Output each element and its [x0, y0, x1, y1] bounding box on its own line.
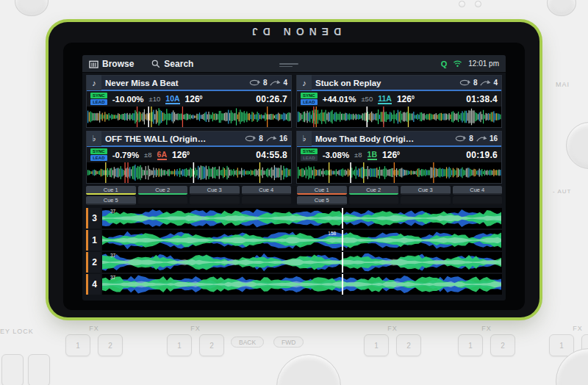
crate-icon: [89, 60, 98, 68]
pitch-range[interactable]: ±50: [361, 95, 373, 103]
key-readout[interactable]: 6A: [157, 150, 167, 160]
track-waveform-strip[interactable]: [297, 107, 501, 127]
cue-slot-empty: [349, 196, 399, 205]
loop-icon[interactable]: [455, 135, 467, 142]
deck-info-row: SYNC LEAD -3.08% ±8 1B 1260 00:19.6: [297, 147, 501, 162]
sync-badge[interactable]: SYNC: [90, 148, 107, 154]
loop-length: 8: [259, 134, 263, 143]
key-readout[interactable]: 10A: [165, 94, 179, 104]
time-readout[interactable]: 04:55.8: [256, 150, 287, 160]
cue-button[interactable]: Cue 4: [453, 186, 503, 195]
fx-button-1: 1: [364, 334, 389, 356]
key-readout[interactable]: 1B: [368, 150, 377, 160]
pitch-range[interactable]: ±10: [149, 95, 161, 103]
key-readout[interactable]: 11A: [378, 94, 392, 104]
deck-info-row: SYNC LEAD +44.01% ±50 11A 1260 01:38.4: [297, 91, 501, 107]
lead-badge[interactable]: LEAD: [301, 99, 318, 105]
hardware-knob: [475, 1, 481, 7]
hardware-button: [1, 354, 24, 385]
sync-badge[interactable]: SYNC: [90, 93, 107, 98]
deck-info-row: SYNC LEAD -0.79% ±8 6A 1260 04:55.8: [87, 147, 291, 162]
sync-badge[interactable]: SYNC: [301, 93, 318, 98]
beat-jump-icon[interactable]: [265, 135, 277, 142]
wifi-icon: [453, 60, 462, 68]
touchscreen[interactable]: Browse Search Q: [82, 55, 506, 301]
key-lock-label: EY LOCK: [0, 328, 34, 335]
loop-icon[interactable]: [245, 135, 257, 142]
cue-button[interactable]: Cue 5: [297, 196, 347, 205]
cue-button[interactable]: Cue 1: [86, 186, 136, 195]
beat-jump-icon[interactable]: [269, 79, 281, 86]
browse-button[interactable]: Browse: [89, 59, 134, 69]
deck-header[interactable]: ♭ OFF THE WALL (Origin… 8 16: [87, 132, 291, 147]
tempo-readout: -0.79%: [112, 151, 139, 159]
bpm-readout: 1260: [382, 150, 400, 160]
fx-button-1: 1: [65, 334, 90, 356]
overview-waveform[interactable]: 37: [102, 252, 502, 273]
quantize-indicator[interactable]: Q: [441, 60, 448, 68]
loop-length: 8: [469, 134, 473, 143]
lead-badge[interactable]: LEAD: [301, 155, 318, 161]
time-readout[interactable]: 01:38.4: [466, 94, 498, 104]
sync-badge[interactable]: SYNC: [301, 148, 318, 154]
time-readout[interactable]: 00:26.7: [256, 94, 287, 104]
cue-slot-empty: [453, 196, 503, 205]
top-bar: Browse Search Q: [82, 55, 506, 73]
panel-handle-icon[interactable]: [279, 62, 298, 68]
deck-header[interactable]: ♪ Stuck on Replay 8 4: [297, 76, 501, 91]
deck-number-badge[interactable]: 1: [86, 230, 101, 251]
deck-number-badge[interactable]: 4: [86, 274, 101, 295]
deck-panel-3: ♭ OFF THE WALL (Origin… 8 16 SYNC LEAD: [86, 131, 292, 184]
pitch-range[interactable]: ±8: [354, 151, 362, 159]
time-readout[interactable]: 00:19.6: [466, 150, 498, 160]
playhead: [342, 208, 343, 229]
deck-number-badge[interactable]: 3: [86, 208, 101, 229]
cue-button[interactable]: Cue 5: [86, 196, 136, 205]
search-button[interactable]: Search: [151, 59, 193, 69]
beat-marker-label: 158: [328, 231, 336, 236]
cue-button[interactable]: Cue 3: [401, 186, 451, 195]
bpm-readout: 1260: [172, 150, 190, 160]
fx-group-2: FX 1 2: [165, 325, 226, 356]
cue-button[interactable]: Cue 3: [190, 186, 240, 195]
overview-waveform[interactable]: 37: [102, 274, 502, 295]
cue-button[interactable]: Cue 1: [297, 186, 347, 195]
denon-logo: DENON DJ: [49, 22, 539, 42]
sync-lead-badges: SYNC LEAD: [301, 93, 318, 105]
hardware-knob: [556, 348, 588, 385]
deck-info-row: SYNC LEAD -10.00% ±10 10A 1260 00:26.7: [87, 91, 291, 107]
clock: 12:01 pm: [468, 60, 499, 68]
source-note-icon: ♭: [87, 131, 101, 146]
deck-header[interactable]: ♭ Move That Body (Origi… 8 16: [297, 132, 501, 147]
cue-button[interactable]: Cue 2: [138, 186, 188, 195]
pitch-range[interactable]: ±8: [144, 151, 152, 159]
track-waveform-strip[interactable]: [297, 162, 501, 183]
auto-label: - AUT: [553, 188, 571, 195]
beat-marker-label: 37: [110, 275, 115, 280]
beat-jump-length: 4: [283, 79, 287, 87]
track-title: Never Miss A Beat: [105, 79, 246, 87]
fx-group-3: FX 1 2: [362, 325, 423, 356]
denon-device: DENON DJ Browse: [49, 22, 539, 317]
sync-lead-badges: SYNC LEAD: [90, 148, 107, 161]
cue-banks: Cue 1 Cue 2 Cue 3 Cue 4 Cue 5 Cue 1 Cue …: [82, 186, 506, 205]
track-waveform-strip[interactable]: [87, 107, 291, 127]
deck-number-badge[interactable]: 2: [86, 252, 101, 273]
cue-button[interactable]: Cue 2: [349, 186, 399, 195]
loop-icon[interactable]: [459, 79, 471, 86]
fx-label: FX: [63, 325, 125, 332]
cue-button[interactable]: Cue 4: [242, 186, 292, 195]
track-waveform-strip[interactable]: [87, 162, 291, 183]
deck-header[interactable]: ♪ Never Miss A Beat 8 4: [87, 76, 291, 91]
loop-icon[interactable]: [249, 79, 261, 86]
lead-badge[interactable]: LEAD: [90, 155, 107, 161]
beat-jump-icon[interactable]: [479, 79, 491, 86]
overview-waveform[interactable]: 158: [102, 230, 502, 251]
deck-panel-4: ♭ Move That Body (Origi… 8 16 SYNC LEAD: [296, 131, 502, 184]
fx-button-1: 1: [458, 334, 483, 356]
fx-button-2: 2: [490, 334, 515, 356]
cue-slot-empty: [242, 196, 292, 205]
beat-jump-icon[interactable]: [476, 135, 487, 142]
lead-badge[interactable]: LEAD: [90, 99, 107, 105]
overview-waveform[interactable]: 37: [102, 208, 502, 229]
